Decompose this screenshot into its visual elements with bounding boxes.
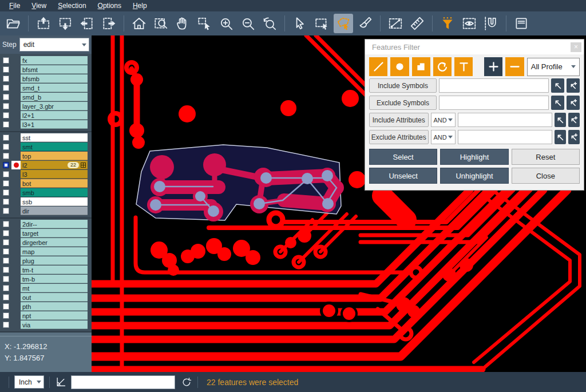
layer-visibility-checkbox[interactable] — [3, 276, 9, 282]
layer-label[interactable]: fx — [21, 56, 88, 65]
layer-indicator[interactable] — [11, 111, 21, 120]
mask-brush-button[interactable] — [355, 14, 375, 33]
layer-visibility-checkbox[interactable] — [3, 171, 9, 177]
exclude-attributes-button[interactable]: Exclude Attributes — [369, 130, 429, 144]
unselect-button[interactable]: Unselect — [369, 168, 437, 184]
layer-visibility-checkbox[interactable] — [3, 322, 9, 328]
snap-button[interactable] — [481, 14, 501, 33]
layer-label[interactable]: tm-t — [21, 266, 88, 274]
layer-visibility-checkbox[interactable] — [3, 285, 9, 291]
layer-indicator[interactable] — [11, 207, 21, 215]
select-button[interactable]: Select — [369, 149, 437, 165]
select-arrow-button[interactable] — [290, 14, 310, 33]
open-file-button[interactable] — [3, 14, 23, 33]
exclude-attributes-logic-select[interactable]: AND — [431, 130, 456, 144]
layer-visibility-checkbox[interactable] — [3, 312, 9, 319]
layer-row-l3[interactable]: l3 — [0, 170, 92, 179]
include-attributes-button[interactable]: Include Attributes — [369, 113, 429, 127]
layer-indicator[interactable] — [11, 179, 21, 188]
dialog-title-bar[interactable]: Features Filter × — [365, 39, 584, 54]
layer-row-ssb[interactable]: ssb — [0, 197, 92, 206]
layer-row-l2+1[interactable]: l2+1 — [0, 111, 92, 120]
layer-row-plug[interactable]: plug — [0, 256, 92, 265]
layer-row-l3+1[interactable]: l3+1 — [0, 120, 92, 129]
layer-label[interactable]: via — [21, 320, 88, 329]
layer-indicator[interactable] — [11, 266, 21, 274]
layer-visibility-checkbox[interactable] — [3, 76, 9, 82]
layer-label[interactable]: sst — [21, 133, 88, 142]
layer-row-npt[interactable]: npt — [0, 311, 92, 320]
pan-left-button[interactable] — [77, 14, 97, 33]
layer-visibility-checkbox[interactable] — [3, 230, 9, 236]
layer-row-out[interactable]: out — [0, 293, 92, 302]
layer-indicator[interactable] — [11, 197, 21, 206]
exclude-symbols-button[interactable]: Exclude Symbols — [369, 96, 437, 110]
pick-attribute-add-button[interactable] — [568, 130, 580, 144]
layer-indicator[interactable] — [11, 84, 21, 92]
pan-right-button[interactable] — [99, 14, 118, 33]
layer-visibility-checkbox[interactable] — [3, 239, 9, 246]
layer-indicator[interactable] — [11, 56, 21, 65]
layer-row-sst[interactable]: sst — [0, 133, 92, 142]
filter-line-button[interactable] — [369, 57, 387, 76]
unhighlight-button[interactable]: Unhighlight — [440, 168, 508, 184]
layer-label[interactable]: 2dir-- — [21, 220, 88, 228]
filter-add-button[interactable] — [484, 57, 502, 76]
layer-visibility-checkbox[interactable] — [3, 162, 9, 168]
layer-indicator[interactable] — [11, 188, 21, 197]
view-options-button[interactable] — [460, 14, 479, 33]
layer-row-smd_t[interactable]: smd_t — [0, 84, 92, 92]
layer-visibility-checkbox[interactable] — [3, 258, 9, 264]
layer-row-l2[interactable]: l222 — [0, 161, 92, 169]
layer-label[interactable]: bot — [21, 179, 88, 188]
command-input[interactable] — [71, 375, 175, 389]
filter-pad-button[interactable] — [390, 57, 409, 76]
layer-indicator[interactable] — [11, 293, 21, 302]
layer-label[interactable]: out — [21, 293, 88, 302]
select-polygon-button[interactable] — [334, 14, 353, 33]
refresh-icon[interactable] — [181, 377, 192, 388]
measure-distance-button[interactable] — [386, 14, 405, 33]
menu-view[interactable]: View — [26, 1, 52, 11]
layer-label[interactable]: top — [21, 152, 88, 160]
exclude-attributes-input[interactable] — [458, 130, 552, 144]
layer-label[interactable]: smt — [21, 142, 88, 151]
layer-label[interactable]: smd_b — [21, 93, 88, 101]
layer-indicator[interactable] — [11, 102, 21, 110]
layer-row-map[interactable]: map — [0, 247, 92, 256]
layer-row-bot[interactable]: bot — [0, 179, 92, 188]
layer-label[interactable]: l2+1 — [21, 111, 88, 120]
layer-label[interactable]: pth — [21, 302, 88, 311]
pick-attribute-button[interactable] — [555, 113, 566, 127]
include-symbols-input[interactable] — [439, 78, 549, 93]
layer-visibility-checkbox[interactable] — [3, 294, 9, 300]
layer-row-tm-t[interactable]: tm-t — [0, 266, 92, 274]
layer-visibility-checkbox[interactable] — [3, 121, 9, 128]
filter-text-button[interactable] — [454, 57, 473, 76]
layer-label[interactable]: dir — [21, 207, 88, 215]
layer-visibility-checkbox[interactable] — [3, 199, 9, 205]
layer-row-smb[interactable]: smb — [0, 188, 92, 197]
layer-indicator[interactable] — [11, 120, 21, 129]
layer-indicator[interactable] — [11, 256, 21, 265]
layer-indicator[interactable] — [11, 220, 21, 228]
pick-symbol-button[interactable] — [551, 96, 564, 110]
menu-file[interactable]: File — [3, 1, 26, 11]
layer-indicator[interactable] — [11, 275, 21, 283]
layer-label[interactable]: map — [21, 247, 88, 256]
pick-symbol-add-button[interactable] — [567, 78, 580, 93]
layer-visibility-checkbox[interactable] — [3, 303, 9, 310]
select-rectangle-button[interactable] — [312, 14, 331, 33]
zoom-in-button[interactable] — [216, 14, 236, 33]
menu-selection[interactable]: Selection — [52, 1, 92, 11]
layer-visibility-checkbox[interactable] — [3, 153, 9, 159]
filter-surface-button[interactable] — [412, 57, 430, 76]
pan-hand-button[interactable] — [173, 14, 192, 33]
layer-indicator[interactable] — [11, 302, 21, 311]
layer-indicator[interactable] — [11, 142, 21, 151]
menu-options[interactable]: Options — [92, 1, 127, 11]
layer-row-target[interactable]: target — [0, 229, 92, 237]
measure-ruler-button[interactable] — [407, 14, 427, 33]
layer-label[interactable]: target — [21, 229, 88, 237]
layer-indicator[interactable] — [11, 93, 21, 101]
